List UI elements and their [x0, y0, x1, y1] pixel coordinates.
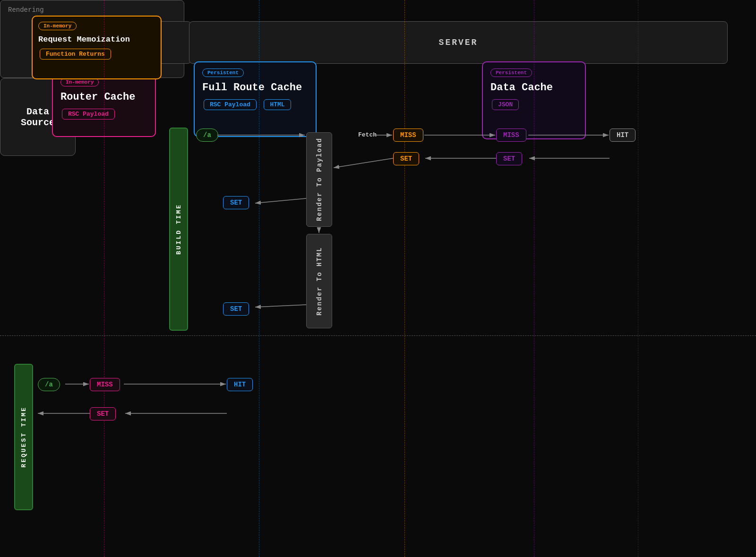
set-blue-html-label: SET — [230, 305, 242, 313]
build-time-bar: BUILD TIME — [169, 128, 188, 331]
full-route-cache-box: Persistent Full Route Cache RSC Payload … — [194, 61, 317, 137]
set-pink-request: SET — [90, 407, 116, 420]
set-purple-build-label: SET — [503, 155, 515, 163]
set-purple-build: SET — [496, 152, 522, 165]
set-orange-build-label: SET — [400, 155, 412, 163]
router-cache-tag: RSC Payload — [62, 109, 115, 120]
set-blue-payload: SET — [223, 196, 249, 209]
render-to-payload-box: Render To Payload — [306, 132, 332, 227]
set-blue-html: SET — [223, 302, 249, 316]
set-blue-payload-label: SET — [230, 199, 242, 206]
svg-line-10 — [255, 198, 306, 203]
hit-gray-build-label: HIT — [617, 131, 628, 139]
dashed-line-pink — [104, 0, 104, 557]
request-time-bar: REQUEST TIME — [14, 364, 33, 510]
dashed-line-purple — [534, 0, 534, 557]
dashed-line-gray — [638, 0, 638, 557]
render-to-html-box: Render To HTML — [306, 234, 332, 328]
svg-line-9 — [334, 158, 393, 168]
miss-purple-build-label: MISS — [503, 131, 519, 139]
hit-blue-request-label: HIT — [234, 381, 246, 388]
hit-gray-build: HIT — [610, 129, 636, 142]
miss-purple-build: MISS — [496, 129, 526, 142]
route-a-build: /a — [196, 129, 218, 142]
data-cache-json-tag: JSON — [492, 99, 519, 110]
render-to-payload-label: Render To Payload — [316, 138, 323, 222]
set-pink-request-label: SET — [97, 410, 109, 418]
request-memo-badge: In-memory — [38, 22, 77, 30]
full-route-html-tag: HTML — [264, 99, 291, 110]
server-section: SERVER — [189, 21, 728, 64]
request-memo-box: In-memory Request Memoization Function R… — [32, 16, 162, 79]
miss-pink-request-label: MISS — [97, 381, 113, 388]
full-route-cache-title: Full Route Cache — [202, 82, 308, 94]
route-a-request-label: /a — [45, 381, 53, 388]
miss-orange-build: MISS — [393, 129, 423, 142]
full-route-rsc-tag: RSC Payload — [204, 99, 257, 110]
diagram: CLIENT SERVER In-memory Router Cache RSC… — [0, 0, 756, 557]
render-to-html-label: Render To HTML — [316, 247, 323, 316]
request-time-label: REQUEST TIME — [20, 406, 27, 468]
server-label: SERVER — [439, 38, 478, 47]
dashed-line-blue — [259, 0, 259, 557]
data-cache-badge: Persistent — [490, 69, 532, 77]
hit-blue-request: HIT — [227, 378, 253, 391]
full-route-cache-badge: Persistent — [202, 69, 244, 77]
build-time-label: BUILD TIME — [175, 204, 182, 255]
svg-line-12 — [255, 305, 306, 307]
request-memo-tag: Function Returns — [40, 49, 111, 60]
dashed-line-orange — [404, 0, 405, 557]
route-a-request: /a — [38, 378, 60, 391]
horiz-separator — [0, 335, 756, 336]
miss-pink-request: MISS — [90, 378, 120, 391]
fetch-label: Fetch — [358, 131, 377, 138]
set-orange-build: SET — [393, 152, 419, 165]
rendering-label: Rendering — [8, 6, 176, 14]
route-a-build-label: /a — [203, 131, 211, 139]
miss-orange-build-label: MISS — [400, 131, 416, 139]
rendering-box: Rendering In-memory Request Memoization … — [0, 0, 184, 78]
request-memo-title: Request Memoization — [38, 35, 155, 44]
